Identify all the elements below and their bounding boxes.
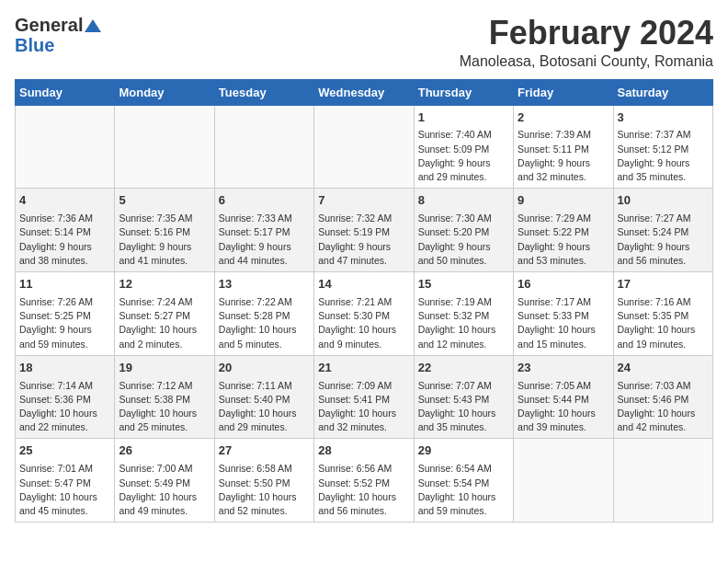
calendar-week-row: 25Sunrise: 7:01 AM Sunset: 5:47 PM Dayli… — [16, 439, 713, 523]
day-number: 27 — [219, 442, 310, 460]
svg-marker-0 — [85, 19, 101, 32]
calendar-day-cell: 13Sunrise: 7:22 AM Sunset: 5:28 PM Dayli… — [214, 272, 313, 356]
calendar-day-cell: 7Sunrise: 7:32 AM Sunset: 5:19 PM Daylig… — [314, 189, 414, 272]
calendar-week-row: 1Sunrise: 7:40 AM Sunset: 5:09 PM Daylig… — [16, 105, 713, 189]
calendar-day-cell: 3Sunrise: 7:37 AM Sunset: 5:12 PM Daylig… — [613, 105, 712, 189]
calendar-day-cell — [613, 439, 712, 523]
calendar-day-cell: 5Sunrise: 7:35 AM Sunset: 5:16 PM Daylig… — [115, 189, 214, 272]
calendar-day-cell: 14Sunrise: 7:21 AM Sunset: 5:30 PM Dayli… — [314, 272, 414, 356]
day-info: Sunrise: 7:05 AM Sunset: 5:44 PM Dayligh… — [518, 379, 609, 435]
day-info: Sunrise: 7:07 AM Sunset: 5:43 PM Dayligh… — [418, 379, 509, 435]
day-info: Sunrise: 7:33 AM Sunset: 5:17 PM Dayligh… — [219, 212, 310, 268]
calendar-week-row: 4Sunrise: 7:36 AM Sunset: 5:14 PM Daylig… — [16, 189, 713, 272]
day-number: 24 — [618, 360, 709, 377]
day-number: 6 — [219, 192, 310, 210]
weekday-header-cell: Thursday — [414, 79, 513, 105]
calendar-day-cell: 6Sunrise: 7:33 AM Sunset: 5:17 PM Daylig… — [214, 189, 313, 272]
month-title: February 2024 — [460, 15, 713, 52]
weekday-header-row: SundayMondayTuesdayWednesdayThursdayFrid… — [16, 79, 713, 105]
day-info: Sunrise: 7:40 AM Sunset: 5:09 PM Dayligh… — [418, 128, 509, 184]
calendar-day-cell: 17Sunrise: 7:16 AM Sunset: 5:35 PM Dayli… — [613, 272, 712, 356]
day-info: Sunrise: 7:37 AM Sunset: 5:12 PM Dayligh… — [618, 128, 709, 184]
day-number: 1 — [418, 109, 509, 127]
day-info: Sunrise: 7:17 AM Sunset: 5:33 PM Dayligh… — [518, 295, 609, 351]
day-info: Sunrise: 7:27 AM Sunset: 5:24 PM Dayligh… — [618, 212, 709, 268]
day-number: 18 — [19, 360, 110, 377]
calendar-day-cell — [115, 105, 214, 189]
calendar-day-cell: 26Sunrise: 7:00 AM Sunset: 5:49 PM Dayli… — [115, 439, 214, 523]
day-info: Sunrise: 6:58 AM Sunset: 5:50 PM Dayligh… — [219, 462, 310, 518]
calendar-day-cell: 29Sunrise: 6:54 AM Sunset: 5:54 PM Dayli… — [414, 439, 513, 523]
day-number: 17 — [618, 276, 709, 293]
weekday-header-cell: Wednesday — [314, 79, 414, 105]
day-number: 13 — [219, 276, 310, 293]
weekday-header-cell: Monday — [115, 79, 214, 105]
calendar-day-cell: 27Sunrise: 6:58 AM Sunset: 5:50 PM Dayli… — [214, 439, 313, 523]
title-block: February 2024 Manoleasa, Botosani County… — [460, 15, 713, 70]
weekday-header-cell: Tuesday — [214, 79, 313, 105]
calendar-day-cell: 22Sunrise: 7:07 AM Sunset: 5:43 PM Dayli… — [414, 355, 513, 439]
calendar-day-cell: 12Sunrise: 7:24 AM Sunset: 5:27 PM Dayli… — [115, 272, 214, 356]
day-number: 3 — [618, 109, 709, 127]
calendar-day-cell: 20Sunrise: 7:11 AM Sunset: 5:40 PM Dayli… — [214, 355, 313, 439]
day-info: Sunrise: 7:00 AM Sunset: 5:49 PM Dayligh… — [119, 462, 210, 518]
day-number: 25 — [19, 442, 110, 460]
day-info: Sunrise: 7:03 AM Sunset: 5:46 PM Dayligh… — [618, 379, 709, 435]
calendar-day-cell: 16Sunrise: 7:17 AM Sunset: 5:33 PM Dayli… — [514, 272, 613, 356]
calendar-day-cell: 11Sunrise: 7:26 AM Sunset: 5:25 PM Dayli… — [16, 272, 115, 356]
day-number: 7 — [318, 192, 409, 210]
day-info: Sunrise: 7:32 AM Sunset: 5:19 PM Dayligh… — [318, 212, 409, 268]
day-info: Sunrise: 7:39 AM Sunset: 5:11 PM Dayligh… — [518, 128, 609, 184]
day-info: Sunrise: 7:35 AM Sunset: 5:16 PM Dayligh… — [119, 212, 210, 268]
calendar-day-cell: 2Sunrise: 7:39 AM Sunset: 5:11 PM Daylig… — [514, 105, 613, 189]
day-info: Sunrise: 7:01 AM Sunset: 5:47 PM Dayligh… — [19, 462, 110, 518]
day-number: 14 — [318, 276, 409, 293]
day-number: 2 — [518, 109, 609, 127]
day-info: Sunrise: 7:21 AM Sunset: 5:30 PM Dayligh… — [318, 295, 409, 351]
calendar-day-cell: 24Sunrise: 7:03 AM Sunset: 5:46 PM Dayli… — [613, 355, 712, 439]
day-number: 8 — [418, 192, 509, 210]
day-number: 22 — [418, 360, 509, 377]
day-number: 10 — [618, 192, 709, 210]
day-number: 26 — [119, 442, 210, 460]
day-number: 20 — [219, 360, 310, 377]
day-info: Sunrise: 7:22 AM Sunset: 5:28 PM Dayligh… — [219, 295, 310, 351]
day-info: Sunrise: 7:12 AM Sunset: 5:38 PM Dayligh… — [119, 379, 210, 435]
calendar-day-cell: 23Sunrise: 7:05 AM Sunset: 5:44 PM Dayli… — [514, 355, 613, 439]
day-number: 9 — [518, 192, 609, 210]
day-number: 19 — [119, 360, 210, 377]
calendar-day-cell: 10Sunrise: 7:27 AM Sunset: 5:24 PM Dayli… — [613, 189, 712, 272]
calendar-day-cell: 21Sunrise: 7:09 AM Sunset: 5:41 PM Dayli… — [314, 355, 414, 439]
logo: General Blue — [15, 15, 101, 55]
calendar-day-cell: 9Sunrise: 7:29 AM Sunset: 5:22 PM Daylig… — [514, 189, 613, 272]
weekday-header-cell: Friday — [514, 79, 613, 105]
calendar-week-row: 11Sunrise: 7:26 AM Sunset: 5:25 PM Dayli… — [16, 272, 713, 356]
calendar-day-cell: 1Sunrise: 7:40 AM Sunset: 5:09 PM Daylig… — [414, 105, 513, 189]
day-number: 28 — [318, 442, 409, 460]
location-title: Manoleasa, Botosani County, Romania — [460, 53, 713, 70]
day-info: Sunrise: 7:26 AM Sunset: 5:25 PM Dayligh… — [19, 295, 110, 351]
day-info: Sunrise: 6:54 AM Sunset: 5:54 PM Dayligh… — [418, 462, 509, 518]
calendar-day-cell: 25Sunrise: 7:01 AM Sunset: 5:47 PM Dayli… — [16, 439, 115, 523]
logo-general-text: General — [15, 15, 83, 35]
day-number: 21 — [318, 360, 409, 377]
calendar-day-cell: 19Sunrise: 7:12 AM Sunset: 5:38 PM Dayli… — [115, 355, 214, 439]
day-number: 23 — [518, 360, 609, 377]
day-info: Sunrise: 7:11 AM Sunset: 5:40 PM Dayligh… — [219, 379, 310, 435]
calendar-day-cell — [514, 439, 613, 523]
day-info: Sunrise: 7:30 AM Sunset: 5:20 PM Dayligh… — [418, 212, 509, 268]
day-number: 16 — [518, 276, 609, 293]
calendar-day-cell — [214, 105, 313, 189]
day-number: 12 — [119, 276, 210, 293]
logo-bird-icon — [85, 17, 101, 34]
day-number: 11 — [19, 276, 110, 293]
day-number: 29 — [418, 442, 509, 460]
calendar-day-cell: 4Sunrise: 7:36 AM Sunset: 5:14 PM Daylig… — [16, 189, 115, 272]
day-number: 15 — [418, 276, 509, 293]
day-info: Sunrise: 7:19 AM Sunset: 5:32 PM Dayligh… — [418, 295, 509, 351]
page-header: General Blue February 2024 Manoleasa, Bo… — [15, 15, 713, 70]
logo-blue-text: Blue — [15, 35, 54, 55]
day-number: 5 — [119, 192, 210, 210]
day-info: Sunrise: 6:56 AM Sunset: 5:52 PM Dayligh… — [318, 462, 409, 518]
day-info: Sunrise: 7:14 AM Sunset: 5:36 PM Dayligh… — [19, 379, 110, 435]
